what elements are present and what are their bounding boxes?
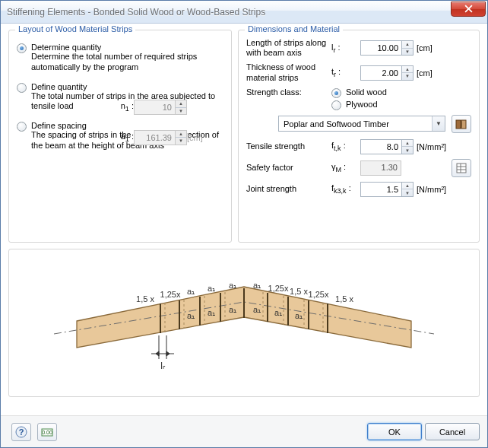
radio-determine-quantity[interactable] [17, 43, 27, 53]
svg-text:1,5 x: 1,5 x [136, 294, 154, 303]
svg-text:lᵣ: lᵣ [160, 361, 166, 371]
safety-edit-button[interactable] [452, 159, 471, 177]
spinner-arrows[interactable]: ▲▼ [401, 65, 414, 81]
close-icon [464, 5, 473, 13]
option-label: Define quantity [31, 82, 223, 91]
thickness-label: Thickness of wood material strips [246, 62, 328, 82]
spinner-arrows: ▲▼ [175, 130, 187, 145]
tensile-symbol: ft,k : [331, 141, 357, 152]
tr-spinner[interactable]: ▲▼ [360, 65, 414, 81]
option-plywood[interactable]: Plywood [331, 100, 387, 110]
option-solid-wood[interactable]: Solid wood [331, 87, 387, 98]
ftk-input[interactable] [360, 139, 401, 154]
dimensions-groupbox: Dimensions and Material Length of strips… [238, 30, 480, 243]
solid-wood-label: Solid wood [346, 87, 387, 98]
a1-input [134, 130, 175, 145]
timber-select[interactable]: Poplar and Softwood Timber ▼ [278, 116, 445, 132]
option-determine-quantity[interactable]: Determine quantity Determine the total n… [17, 43, 223, 73]
svg-rect-1 [461, 120, 466, 129]
layout-groupbox: Layout of Wood Material Strips Determine… [8, 30, 232, 243]
footer: ? 0.00 OK Cancel [1, 415, 487, 447]
gamma-m-display: 1.30 [360, 160, 401, 176]
units-icon: 0.00 [41, 427, 53, 437]
length-symbol: lr : [331, 43, 357, 54]
lr-spinner[interactable]: ▲▼ [360, 40, 414, 56]
safety-symbol: γM : [331, 162, 357, 173]
svg-rect-2 [457, 164, 466, 173]
svg-text:a₁: a₁ [253, 281, 261, 290]
strength-class-label: Strength class: [246, 87, 328, 97]
cancel-button[interactable]: Cancel [425, 423, 480, 440]
help-icon: ? [15, 426, 27, 438]
joint-label: Joint strength [246, 184, 328, 194]
svg-text:a₁: a₁ [253, 305, 261, 314]
spinner-arrows[interactable]: ▲▼ [401, 182, 414, 197]
thickness-symbol: tr : [331, 67, 357, 78]
radio-solid-wood[interactable] [331, 88, 341, 98]
beam-diagram: 1,5 x 1,25x a₁ a₁ a₁ a₁ 1,25x 1,5 x 1,25… [31, 256, 457, 389]
book-icon [455, 119, 467, 129]
titlebar: Stiffening Elements - Bonded Solid Wood … [1, 1, 487, 24]
svg-text:a₁: a₁ [208, 284, 215, 293]
spinner-arrows[interactable]: ▲▼ [401, 40, 414, 56]
n1-input [134, 100, 175, 115]
timber-select-value: Poplar and Softwood Timber [279, 119, 432, 129]
svg-text:1,5 x: 1,5 x [290, 287, 308, 296]
joint-symbol: fk3,k : [331, 183, 357, 195]
svg-text:a₁: a₁ [295, 311, 303, 320]
help-button[interactable]: ? [11, 423, 31, 441]
svg-text:a₁: a₁ [187, 311, 195, 320]
unit: [N/mm²] [417, 185, 458, 194]
unit: [cm] [417, 43, 458, 52]
diagram-panel: 1,5 x 1,25x a₁ a₁ a₁ a₁ 1,25x 1,5 x 1,25… [8, 249, 480, 397]
units-button[interactable]: 0.00 [37, 423, 57, 441]
layout-legend: Layout of Wood Material Strips [15, 24, 135, 33]
svg-text:1,25x: 1,25x [309, 290, 329, 299]
plywood-label: Plywood [346, 100, 378, 110]
window-title: Stiffening Elements - Bonded Solid Wood … [7, 7, 451, 17]
ftk-spinner[interactable]: ▲▼ [360, 139, 414, 154]
spinner-arrows[interactable]: ▲▼ [401, 139, 414, 154]
ok-button[interactable]: OK [367, 423, 422, 440]
length-label: Length of strips along with beam axis [246, 38, 328, 58]
svg-text:?: ? [19, 427, 24, 437]
close-button[interactable] [451, 2, 486, 17]
svg-text:a₁: a₁ [187, 287, 195, 296]
unit: [N/mm²] [417, 142, 458, 151]
svg-rect-0 [456, 120, 461, 129]
svg-text:1,5 x: 1,5 x [335, 294, 353, 303]
option-label: Define spacing [31, 121, 223, 130]
param-symbol: a1 : [121, 132, 134, 143]
radio-define-spacing[interactable] [17, 122, 27, 132]
radio-define-quantity[interactable] [17, 83, 27, 93]
tr-input[interactable] [360, 65, 401, 81]
fk3k-spinner[interactable]: ▲▼ [360, 182, 414, 197]
fk3k-input[interactable] [360, 182, 401, 197]
svg-text:1,25x: 1,25x [268, 284, 289, 293]
param-symbol: n1 : [121, 101, 134, 113]
svg-text:a₁: a₁ [229, 305, 236, 314]
tensile-label: Tensile strength [246, 141, 328, 151]
svg-text:a₁: a₁ [208, 308, 215, 317]
svg-text:a₁: a₁ [274, 308, 282, 317]
option-label: Determine quantity [31, 43, 223, 52]
library-button[interactable] [452, 115, 471, 133]
option-desc: Determine the total number of required s… [31, 52, 223, 73]
svg-text:a₁: a₁ [229, 281, 236, 290]
dimensions-legend: Dimensions and Material [245, 24, 343, 33]
svg-text:1,25x: 1,25x [160, 290, 181, 299]
n1-spinner: ▲▼ [134, 100, 187, 115]
unit: [cm] [187, 133, 223, 142]
safety-label: Safety factor [246, 163, 328, 173]
spinner-arrows: ▲▼ [175, 100, 187, 115]
lr-input[interactable] [360, 40, 401, 56]
content: Layout of Wood Material Strips Determine… [1, 24, 487, 415]
a1-spinner: ▲▼ [134, 130, 187, 145]
unit: [cm] [417, 68, 458, 78]
svg-text:0.00: 0.00 [42, 430, 52, 435]
chevron-down-icon: ▼ [432, 116, 445, 131]
radio-plywood[interactable] [331, 100, 341, 110]
table-icon [456, 163, 467, 173]
